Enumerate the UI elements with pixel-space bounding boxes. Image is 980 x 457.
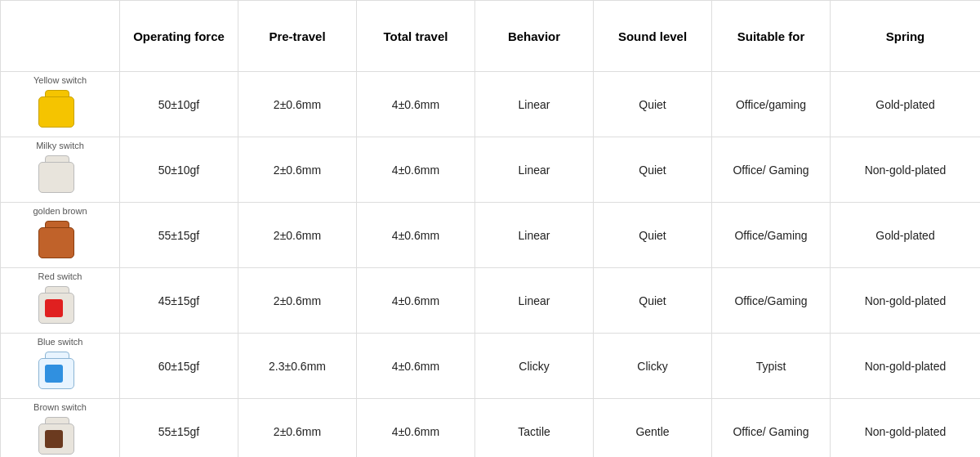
switch-cell-red: Red switch [1,268,120,334]
switch-label: Milky switch [4,141,116,150]
cell-spring: Gold-plated [831,203,981,268]
cell-spring: Gold-plated [831,72,981,137]
header-total-travel: Total travel [357,1,475,72]
cell-operating-force: 50±10gf [120,72,238,137]
cell-behavior: Linear [475,72,594,137]
cell-total-travel: 4±0.6mm [357,137,475,203]
cell-spring: Non-gold-plated [831,137,981,203]
cell-behavior: Linear [475,137,594,203]
header-behavior: Behavior [475,1,594,72]
cell-suitable-for: Office/Gaming [712,203,831,268]
header-operating-force: Operating force [120,1,238,72]
cell-suitable-for: Office/Gaming [712,268,831,334]
table-row: Red switch 45±15gf2±0.6mm4±0.6mmLinearQu… [1,268,981,334]
switch-label: Blue switch [4,337,116,347]
header-sound-level: Sound level [594,1,712,72]
cell-pre-travel: 2±0.6mm [238,203,357,268]
switch-cell-blue: Blue switch [1,334,120,399]
cell-spring: Non-gold-plated [831,334,981,399]
cell-behavior: Linear [475,268,594,334]
table-row: Milky switch 50±10gf2±0.6mm4±0.6mmLinear… [1,137,981,203]
header-pre-travel: Pre-travel [238,1,357,72]
cell-behavior: Tactile [475,399,594,458]
switch-cell-milky: Milky switch [1,137,120,203]
switch-label: Yellow switch [4,75,116,85]
header-suitable-for: Suitable for [712,1,831,72]
switch-cell-yellow: Yellow switch [1,72,120,137]
switch-label: Brown switch [4,402,116,412]
cell-total-travel: 4±0.6mm [357,203,475,268]
switch-cell-brown: Brown switch [1,399,120,458]
cell-sound-level: Gentle [594,399,712,458]
cell-operating-force: 50±10gf [120,137,238,203]
cell-sound-level: Quiet [594,203,712,268]
comparison-table: Operating force Pre-travel Total travel … [0,0,980,457]
cell-pre-travel: 2.3±0.6mm [238,334,357,399]
table-row: Blue switch 60±15gf2.3±0.6mm4±0.6mmClick… [1,334,981,399]
cell-pre-travel: 2±0.6mm [238,72,357,137]
cell-total-travel: 4±0.6mm [357,334,475,399]
table-row: Brown switch 55±15gf2±0.6mm4±0.6mmTactil… [1,399,981,458]
cell-behavior: Linear [475,203,594,268]
cell-behavior: Clicky [475,334,594,399]
cell-suitable-for: Office/ Gaming [712,399,831,458]
cell-total-travel: 4±0.6mm [357,399,475,458]
cell-pre-travel: 2±0.6mm [238,137,357,203]
cell-spring: Non-gold-plated [831,399,981,458]
cell-operating-force: 60±15gf [120,334,238,399]
cell-suitable-for: Typist [712,334,831,399]
table-row: golden brown 55±15gf2±0.6mm4±0.6mmLinear… [1,203,981,268]
switch-label: Red switch [4,271,116,281]
cell-operating-force: 45±15gf [120,268,238,334]
switch-label: golden brown [4,206,116,216]
cell-suitable-for: Office/gaming [712,72,831,137]
cell-operating-force: 55±15gf [120,399,238,458]
cell-sound-level: Clicky [594,334,712,399]
cell-total-travel: 4±0.6mm [357,268,475,334]
cell-sound-level: Quiet [594,137,712,203]
cell-sound-level: Quiet [594,72,712,137]
header-switch [1,1,120,72]
cell-suitable-for: Office/ Gaming [712,137,831,203]
table-row: Yellow switch 50±10gf2±0.6mm4±0.6mmLinea… [1,72,981,137]
cell-total-travel: 4±0.6mm [357,72,475,137]
cell-operating-force: 55±15gf [120,203,238,268]
header-spring: Spring [831,1,981,72]
cell-pre-travel: 2±0.6mm [238,268,357,334]
cell-pre-travel: 2±0.6mm [238,399,357,458]
switch-cell-golden: golden brown [1,203,120,268]
cell-spring: Non-gold-plated [831,268,981,334]
cell-sound-level: Quiet [594,268,712,334]
